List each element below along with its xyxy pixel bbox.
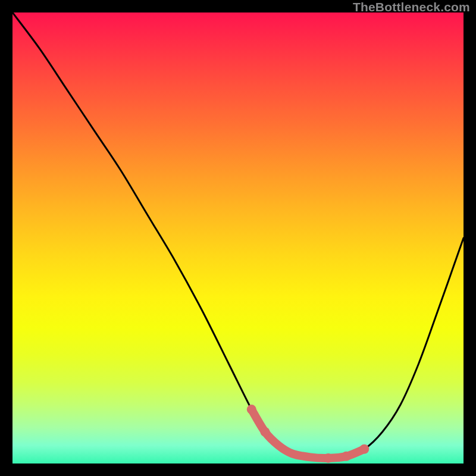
curve-marker [247, 405, 256, 414]
curve-marker [359, 444, 369, 454]
curve-marker [324, 453, 333, 463]
bottleneck-curve [12, 12, 464, 464]
curve-marker [260, 427, 270, 437]
curve-marker [342, 452, 351, 461]
curve-path [12, 12, 464, 458]
watermark-text: TheBottleneck.com [353, 0, 470, 14]
plot-area [12, 12, 464, 464]
chart-stage: TheBottleneck.com [0, 0, 476, 476]
